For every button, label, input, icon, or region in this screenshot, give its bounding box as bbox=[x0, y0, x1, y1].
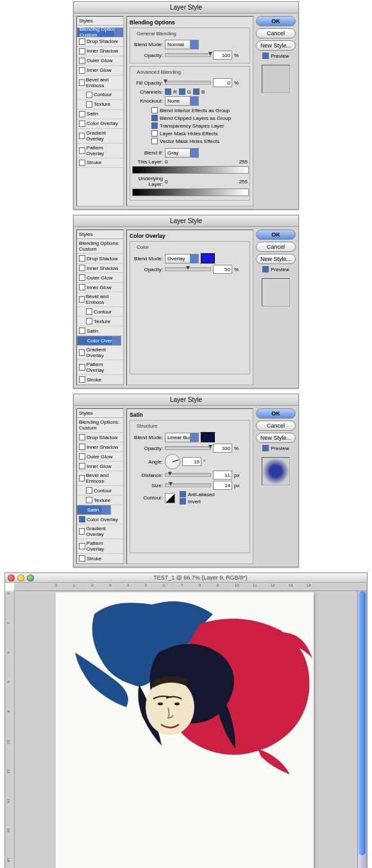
ok-button[interactable]: OK bbox=[256, 16, 296, 26]
style-blending-options[interactable]: Blending Options: Custom bbox=[77, 418, 123, 433]
style-pattern-overlay[interactable]: Pattern Overlay bbox=[77, 360, 123, 375]
vector-mask-hides-checkbox[interactable] bbox=[151, 138, 158, 144]
opacity-input[interactable] bbox=[213, 444, 232, 453]
underlying-layer-gradient[interactable] bbox=[132, 188, 249, 196]
style-contour[interactable]: Contour bbox=[77, 90, 123, 100]
style-texture[interactable]: Texture bbox=[77, 317, 123, 326]
style-contour[interactable]: Contour bbox=[77, 307, 123, 317]
style-stroke[interactable]: Stroke bbox=[77, 375, 123, 385]
style-blending-options[interactable]: Blending Options: Custom bbox=[77, 28, 123, 37]
blend-mode-select[interactable]: Normal bbox=[165, 40, 199, 49]
style-contour[interactable]: Contour bbox=[77, 486, 123, 496]
anti-aliased-checkbox[interactable] bbox=[180, 491, 186, 497]
canvas-area[interactable] bbox=[15, 591, 357, 868]
transparency-shapes-checkbox[interactable] bbox=[151, 122, 158, 129]
style-stroke[interactable]: Stroke bbox=[77, 158, 123, 168]
minimize-icon[interactable] bbox=[17, 574, 24, 581]
size-input[interactable] bbox=[213, 481, 232, 490]
cancel-button[interactable]: Cancel bbox=[256, 242, 296, 252]
style-inner-shadow[interactable]: Inner Shadow bbox=[77, 263, 123, 273]
fill-opacity-label: Fill Opacity: bbox=[132, 80, 163, 86]
canvas[interactable] bbox=[56, 592, 314, 868]
style-inner-shadow[interactable]: Inner Shadow bbox=[77, 442, 123, 452]
fill-opacity-input[interactable] bbox=[213, 78, 232, 87]
opacity-label: Opacity: bbox=[132, 446, 163, 451]
group-color: Color bbox=[135, 244, 151, 250]
opacity-input[interactable] bbox=[213, 51, 232, 60]
style-color-overlay[interactable]: Color Overlay bbox=[77, 336, 121, 346]
channel-b-checkbox[interactable] bbox=[193, 88, 199, 95]
style-gradient-overlay[interactable]: Gradient Overlay bbox=[77, 524, 123, 539]
scrollbar-thumb[interactable] bbox=[359, 591, 366, 855]
fill-opacity-slider[interactable] bbox=[165, 81, 211, 85]
knockout-select[interactable]: None bbox=[165, 96, 199, 106]
style-texture[interactable]: Texture bbox=[77, 496, 123, 505]
style-bevel-emboss[interactable]: Bevel and Emboss bbox=[77, 76, 123, 90]
layer-mask-hides-checkbox[interactable] bbox=[151, 130, 158, 137]
new-style-button[interactable]: New Style... bbox=[256, 40, 296, 51]
style-gradient-overlay[interactable]: Gradient Overlay bbox=[77, 129, 123, 144]
style-drop-shadow[interactable]: Drop Shadow bbox=[77, 37, 123, 47]
blend-clipped-checkbox[interactable] bbox=[151, 115, 158, 121]
close-icon[interactable] bbox=[8, 574, 15, 581]
style-pattern-overlay[interactable]: Pattern Overlay bbox=[77, 539, 123, 554]
angle-dial[interactable] bbox=[165, 454, 180, 469]
invert-checkbox[interactable] bbox=[180, 498, 186, 505]
ok-button[interactable]: OK bbox=[256, 408, 296, 419]
style-color-overlay[interactable]: Color Overlay bbox=[77, 119, 123, 129]
style-gradient-overlay[interactable]: Gradient Overlay bbox=[77, 346, 123, 360]
style-inner-glow[interactable]: Inner Glow bbox=[77, 283, 123, 292]
opacity-input[interactable] bbox=[213, 265, 232, 274]
opacity-slider[interactable] bbox=[165, 446, 211, 450]
horizontal-ruler[interactable]: 01234567891011121314 bbox=[14, 583, 367, 591]
styles-list: Styles Blending Options: Custom Drop Sha… bbox=[76, 230, 124, 385]
style-inner-shadow[interactable]: Inner Shadow bbox=[77, 47, 123, 56]
size-slider[interactable] bbox=[165, 483, 211, 487]
style-inner-glow[interactable]: Inner Glow bbox=[77, 66, 123, 76]
style-blending-options[interactable]: Blending Options: Custom bbox=[77, 239, 123, 254]
ok-button[interactable]: OK bbox=[256, 230, 296, 240]
distance-input[interactable] bbox=[213, 471, 232, 480]
color-picker[interactable] bbox=[201, 253, 215, 263]
blend-interior-checkbox[interactable] bbox=[151, 107, 158, 113]
opacity-slider[interactable] bbox=[165, 53, 211, 57]
angle-input[interactable] bbox=[182, 457, 201, 466]
this-layer-gradient[interactable] bbox=[132, 166, 249, 174]
style-pattern-overlay[interactable]: Pattern Overlay bbox=[77, 144, 123, 158]
vertical-ruler[interactable]: 02468101214161820 bbox=[5, 591, 15, 868]
style-inner-glow[interactable]: Inner Glow bbox=[77, 462, 123, 471]
opacity-slider[interactable] bbox=[165, 267, 211, 271]
distance-slider[interactable] bbox=[165, 473, 211, 477]
style-stroke[interactable]: Stroke bbox=[77, 554, 123, 563]
style-color-overlay[interactable]: Color Overlay bbox=[77, 515, 123, 524]
style-drop-shadow[interactable]: Drop Shadow bbox=[77, 254, 123, 263]
style-texture[interactable]: Texture bbox=[77, 100, 123, 110]
style-drop-shadow[interactable]: Drop Shadow bbox=[77, 433, 123, 442]
contour-label: Contour: bbox=[132, 495, 163, 501]
vertical-scrollbar[interactable] bbox=[357, 591, 367, 868]
new-style-button[interactable]: New Style... bbox=[256, 433, 296, 443]
blend-if-select[interactable]: Gray bbox=[165, 148, 199, 158]
style-outer-glow[interactable]: Outer Glow bbox=[77, 56, 123, 66]
contour-picker[interactable] bbox=[165, 493, 175, 503]
cancel-button[interactable]: Cancel bbox=[256, 28, 296, 38]
style-satin[interactable]: Satin bbox=[77, 110, 123, 119]
style-outer-glow[interactable]: Outer Glow bbox=[77, 273, 123, 283]
cancel-button[interactable]: Cancel bbox=[256, 421, 296, 431]
preview-checkbox[interactable] bbox=[262, 445, 269, 451]
color-picker[interactable] bbox=[201, 432, 215, 442]
preview-checkbox[interactable] bbox=[262, 53, 269, 59]
preview-checkbox[interactable] bbox=[262, 266, 269, 272]
zoom-icon[interactable] bbox=[27, 574, 34, 581]
new-style-button[interactable]: New Style... bbox=[256, 254, 296, 264]
channel-g-checkbox[interactable] bbox=[179, 88, 185, 95]
style-bevel-emboss[interactable]: Bevel and Emboss bbox=[77, 292, 123, 307]
channel-r-checkbox[interactable] bbox=[165, 88, 171, 95]
style-outer-glow[interactable]: Outer Glow bbox=[77, 452, 123, 462]
style-bevel-emboss[interactable]: Bevel and Emboss bbox=[77, 471, 123, 486]
titlebar[interactable]: TEST_1 @ 66.7% (Layer 9, RGB/8*) bbox=[5, 573, 367, 583]
blend-mode-select[interactable]: Overlay bbox=[165, 254, 199, 263]
blend-mode-select[interactable]: Linear Burn bbox=[165, 433, 199, 442]
style-satin[interactable]: Satin bbox=[77, 505, 111, 515]
style-satin[interactable]: Satin bbox=[77, 326, 123, 336]
